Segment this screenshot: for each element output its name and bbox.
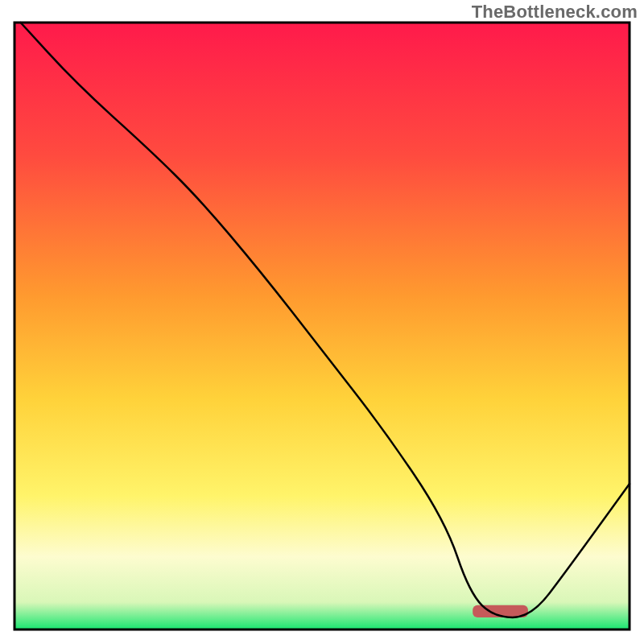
bottleneck-chart [0, 0, 644, 644]
plot-area [14, 23, 630, 630]
gradient-background [14, 23, 630, 630]
watermark-text: TheBottleneck.com [472, 2, 638, 23]
chart-container: TheBottleneck.com [0, 0, 644, 644]
